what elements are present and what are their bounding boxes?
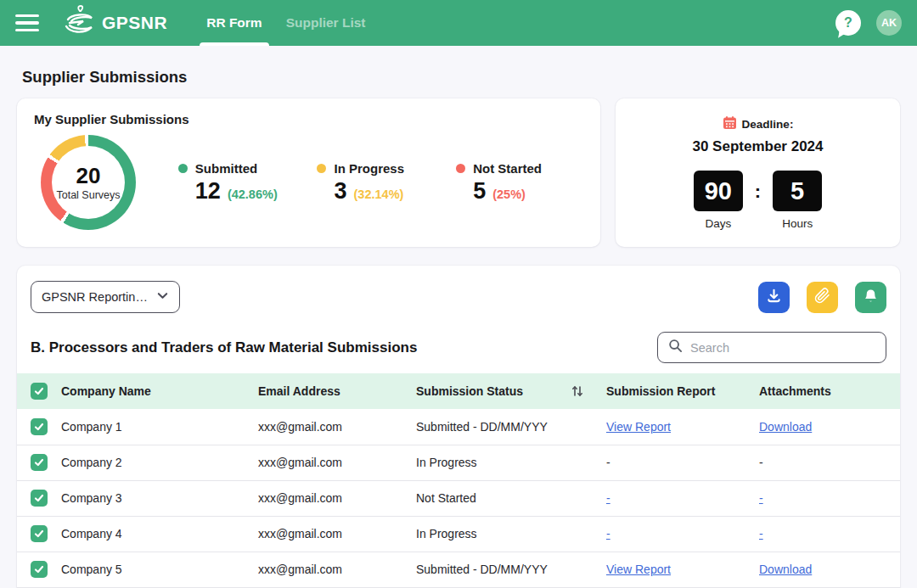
email-cell: xxx@gmail.com xyxy=(255,552,413,587)
not-started-percent: (25%) xyxy=(492,188,526,201)
bell-icon xyxy=(863,288,879,306)
submission-status-cell: Submitted - DD/MM/YYY xyxy=(413,552,603,587)
app-header: GPSNR RR Form Supplier List ? AK xyxy=(0,0,917,46)
download-attachment-link: - xyxy=(759,456,763,469)
gpsnr-logo-icon xyxy=(61,4,98,42)
submitted-percent: (42.86%) xyxy=(228,188,278,201)
total-surveys-label: Total Surveys xyxy=(56,189,120,201)
summary-card-title: My Supplier Submissions xyxy=(34,112,583,126)
column-attachments: Attachments xyxy=(756,373,900,409)
submissions-donut-chart: 20 Total Surveys xyxy=(41,135,136,230)
submissions-table: Company Name Email Address Submission St… xyxy=(17,373,900,588)
page-title: Supplier Submissions xyxy=(0,46,917,87)
download-attachment-link[interactable]: Download xyxy=(759,563,812,576)
company-name-cell: Company 4 xyxy=(58,516,255,552)
table-row: Company 5 xxx@gmail.com Submitted - DD/M… xyxy=(17,552,900,587)
search-box[interactable] xyxy=(657,332,886,363)
company-name-cell: Company 5 xyxy=(58,552,255,587)
legend-item-in-progress: In Progress 3 (32.14%) xyxy=(317,161,419,204)
table-row: Company 3 xxx@gmail.com Not Started - - xyxy=(17,480,900,516)
supplier-submissions-card: My Supplier Submissions 20 Total Surveys… xyxy=(17,98,600,247)
view-report-link[interactable]: - xyxy=(606,491,610,505)
in-progress-percent: (32.14%) xyxy=(354,188,404,201)
submitted-dot-icon xyxy=(178,164,188,173)
submission-status-cell: Not Started xyxy=(413,480,603,516)
help-icon[interactable]: ? xyxy=(835,10,861,36)
hamburger-menu-icon[interactable] xyxy=(15,14,39,32)
view-report-link[interactable]: View Report xyxy=(606,563,671,576)
submission-status-cell: In Progress xyxy=(413,516,603,552)
submissions-table-card: GPSNR Reporting... xyxy=(17,266,900,588)
deadline-card: Deadline: 30 September 2024 90 Days : 5 … xyxy=(616,98,900,247)
submitted-label: Submitted xyxy=(195,161,257,176)
logo-text: GPSNR xyxy=(102,13,167,33)
countdown: 90 Days : 5 Hours xyxy=(694,171,822,230)
row-checkbox[interactable] xyxy=(31,525,48,542)
total-surveys-value: 20 xyxy=(76,165,101,187)
row-checkbox[interactable] xyxy=(31,454,48,471)
company-name-cell: Company 3 xyxy=(58,480,255,516)
company-name-cell: Company 1 xyxy=(58,409,255,445)
view-report-link[interactable]: View Report xyxy=(606,420,671,434)
table-row: Company 1 xxx@gmail.com Submitted - DD/M… xyxy=(17,409,900,445)
in-progress-label: In Progress xyxy=(334,161,404,176)
days-label: Days xyxy=(705,217,731,230)
search-input[interactable] xyxy=(690,341,875,355)
table-section-title: B. Processors and Traders of Raw Materia… xyxy=(31,339,417,356)
row-checkbox[interactable] xyxy=(31,418,48,435)
email-cell: xxx@gmail.com xyxy=(255,516,413,552)
download-attachment-link[interactable]: - xyxy=(759,491,763,505)
submission-status-cell: In Progress xyxy=(413,445,603,480)
paperclip-icon xyxy=(814,288,830,306)
main-nav: RR Form Supplier List xyxy=(194,0,377,46)
table-row: Company 4 xxx@gmail.com In Progress - - xyxy=(17,516,900,552)
in-progress-dot-icon xyxy=(317,164,326,173)
table-row: Company 2 xxx@gmail.com In Progress - - xyxy=(17,445,900,480)
email-cell: xxx@gmail.com xyxy=(255,445,413,480)
chevron-down-icon xyxy=(156,289,169,305)
reporting-filter-dropdown[interactable]: GPSNR Reporting... xyxy=(31,281,180,313)
deadline-label: Deadline: xyxy=(742,118,794,131)
column-email-address: Email Address xyxy=(255,373,413,409)
donut-legend: Submitted 12 (42.86%) In Progress 3 (32.… xyxy=(136,161,583,204)
company-name-cell: Company 2 xyxy=(58,445,255,480)
deadline-date: 30 September 2024 xyxy=(692,138,823,155)
not-started-dot-icon xyxy=(456,164,465,173)
gpsnr-logo: GPSNR xyxy=(61,4,167,42)
search-icon xyxy=(668,339,683,356)
column-submission-report: Submission Report xyxy=(603,373,756,409)
sort-icon[interactable] xyxy=(571,384,584,398)
in-progress-count: 3 xyxy=(334,179,346,204)
hours-value: 5 xyxy=(773,171,822,211)
notification-button[interactable] xyxy=(855,282,886,313)
download-icon xyxy=(766,288,782,306)
row-checkbox[interactable] xyxy=(31,490,48,507)
select-all-checkbox[interactable] xyxy=(31,383,48,400)
download-button[interactable] xyxy=(758,282,790,313)
attachment-button[interactable] xyxy=(807,282,838,313)
email-cell: xxx@gmail.com xyxy=(255,409,413,445)
avatar[interactable]: AK xyxy=(876,10,902,36)
tab-rr-form[interactable]: RR Form xyxy=(194,0,273,46)
countdown-separator: : xyxy=(755,181,761,203)
table-header-row: Company Name Email Address Submission St… xyxy=(17,373,900,409)
tab-supplier-list[interactable]: Supplier List xyxy=(274,0,378,46)
view-report-link[interactable]: - xyxy=(606,527,610,540)
column-company-name: Company Name xyxy=(58,373,255,409)
reporting-filter-value: GPSNR Reporting... xyxy=(42,290,149,304)
not-started-count: 5 xyxy=(473,179,486,204)
legend-item-submitted: Submitted 12 (42.86%) xyxy=(178,161,280,204)
calendar-icon xyxy=(723,115,737,133)
legend-item-not-started: Not Started 5 (25%) xyxy=(456,161,558,204)
hours-label: Hours xyxy=(782,217,813,230)
column-submission-status: Submission Status xyxy=(416,384,523,398)
submitted-count: 12 xyxy=(195,179,221,204)
submission-status-cell: Submitted - DD/MM/YYY xyxy=(413,409,603,445)
download-attachment-link[interactable]: Download xyxy=(759,420,812,434)
view-report-link: - xyxy=(606,456,610,469)
email-cell: xxx@gmail.com xyxy=(255,480,413,516)
download-attachment-link[interactable]: - xyxy=(759,527,763,540)
days-value: 90 xyxy=(694,171,743,211)
row-checkbox[interactable] xyxy=(31,561,48,578)
not-started-label: Not Started xyxy=(473,161,542,176)
